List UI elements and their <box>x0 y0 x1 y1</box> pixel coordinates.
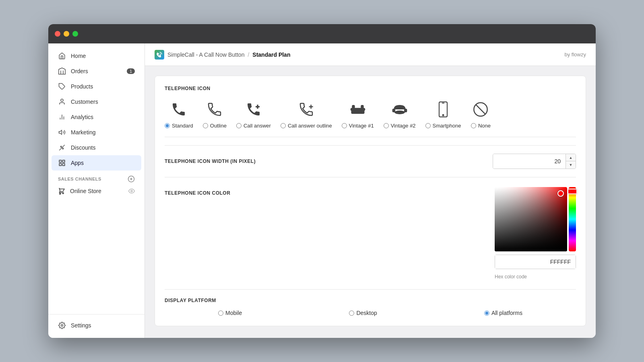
svg-point-9 <box>62 148 64 149</box>
icon-option-vintage2[interactable]: Vintage #2 <box>384 99 416 129</box>
hex-input[interactable] <box>495 255 576 269</box>
sidebar-item-products[interactable]: Products <box>52 79 141 94</box>
svg-point-8 <box>60 146 62 147</box>
color-gradient-overlay <box>495 187 567 251</box>
none-radio[interactable] <box>471 123 476 128</box>
svg-point-27 <box>357 111 359 113</box>
sidebar-item-analytics[interactable]: Analytics <box>52 109 141 125</box>
icon-option-call-answer-outline[interactable]: Call answer outline <box>281 99 332 129</box>
call-answer-outline-radio-label[interactable]: Call answer outline <box>281 123 332 129</box>
sidebar-item-apps[interactable]: Apps <box>52 155 141 171</box>
color-cursor[interactable] <box>557 190 564 197</box>
by-flowzy-label: by flowzy <box>565 51 586 58</box>
call-answer-outline-radio[interactable] <box>281 123 286 128</box>
platform-desktop-label[interactable]: Desktop <box>349 310 377 316</box>
minimize-button[interactable] <box>64 31 69 37</box>
smartphone-radio-label[interactable]: Smartphone <box>425 123 461 129</box>
icon-option-vintage1[interactable]: Vintage #1 <box>342 99 374 129</box>
display-platform-section: DISPLAY PLATFORM Mobile Desktop <box>165 289 576 316</box>
color-picker-area: Hex color code <box>495 187 576 280</box>
width-decrement-button[interactable]: ▼ <box>566 161 576 169</box>
icon-option-call-answer[interactable]: Call answer <box>236 99 271 129</box>
sidebar-item-discounts[interactable]: Discounts <box>52 140 141 155</box>
telephone-icon-title: TELEPHONE ICON <box>165 86 576 91</box>
vintage1-radio[interactable] <box>342 123 347 128</box>
close-button[interactable] <box>55 31 60 37</box>
icon-option-standard[interactable]: Standard <box>165 99 193 129</box>
vintage1-radio-label[interactable]: Vintage #1 <box>342 123 374 129</box>
svg-line-10 <box>59 145 65 150</box>
platform-mobile-radio[interactable] <box>218 311 223 316</box>
none-icon <box>471 99 491 119</box>
platform-all-radio[interactable] <box>484 311 489 316</box>
breadcrumb-app-name: SimpleCall - A Call Now Button <box>167 51 244 58</box>
icon-options: Standard <box>165 99 576 129</box>
breadcrumb-separator: / <box>248 51 249 58</box>
marketing-icon <box>58 128 66 136</box>
icon-option-smartphone[interactable]: Smartphone <box>425 99 461 129</box>
add-channel-icon[interactable] <box>128 175 135 183</box>
width-input[interactable] <box>493 154 566 169</box>
settings-card: TELEPHONE ICON <box>155 76 586 326</box>
call-answer-radio[interactable] <box>236 123 242 128</box>
call-answer-radio-label[interactable]: Call answer <box>236 123 271 129</box>
platform-options: Mobile Desktop All platforms <box>165 310 576 316</box>
svg-point-3 <box>61 99 63 101</box>
call-answer-icon <box>244 99 264 119</box>
sidebar-label-online-store: Online Store <box>70 188 101 194</box>
telephone-icon-section: TELEPHONE ICON <box>165 86 576 137</box>
vintage2-radio[interactable] <box>384 123 389 128</box>
none-radio-label[interactable]: None <box>471 123 491 129</box>
width-input-wrapper: ▲ ▼ <box>493 154 576 169</box>
svg-marker-7 <box>59 130 62 135</box>
color-section: TELEPHONE ICON COLOR <box>165 177 576 289</box>
sidebar-label-products: Products <box>71 83 93 90</box>
sidebar-label-home: Home <box>71 53 86 59</box>
platform-desktop-radio[interactable] <box>349 311 354 316</box>
outline-radio[interactable] <box>203 123 208 128</box>
hue-strip[interactable] <box>569 187 576 251</box>
traffic-lights <box>55 31 78 37</box>
outline-radio-label[interactable]: Outline <box>203 123 227 129</box>
sidebar-item-orders[interactable]: Orders 1 <box>52 64 141 79</box>
online-store-eye-icon[interactable] <box>128 188 135 194</box>
vintage2-radio-label[interactable]: Vintage #2 <box>384 123 416 129</box>
sidebar-item-online-store[interactable]: Online Store <box>52 184 141 198</box>
sidebar-item-customers[interactable]: Customers <box>52 94 141 109</box>
orders-badge: 1 <box>127 68 135 74</box>
smartphone-radio[interactable] <box>425 123 431 128</box>
svg-point-19 <box>61 325 63 327</box>
call-answer-outline-icon <box>296 99 316 119</box>
icon-option-none[interactable]: None <box>471 99 491 129</box>
color-picker-visual <box>495 187 576 251</box>
sidebar-item-settings[interactable]: Settings <box>52 318 141 333</box>
orders-icon <box>58 67 66 75</box>
sidebar-label-customers: Customers <box>71 99 98 105</box>
sales-channels-label: SALES CHANNELS <box>48 171 144 184</box>
hue-cursor[interactable] <box>568 189 577 194</box>
icon-option-outline[interactable]: Outline <box>203 99 227 129</box>
maximize-button[interactable] <box>72 31 78 37</box>
platform-mobile-label[interactable]: Mobile <box>218 310 242 316</box>
sidebar-item-home[interactable]: Home <box>52 48 141 64</box>
breadcrumb: SimpleCall - A Call Now Button / Standar… <box>155 50 290 60</box>
width-spinner: ▲ ▼ <box>566 154 576 169</box>
standard-phone-icon <box>169 99 189 119</box>
sidebar-item-marketing[interactable]: Marketing <box>52 125 141 140</box>
outline-phone-icon <box>204 99 225 119</box>
hex-label: Hex color code <box>495 274 576 280</box>
titlebar <box>48 24 596 43</box>
content-area: TELEPHONE ICON <box>145 66 596 338</box>
standard-radio[interactable] <box>165 123 170 128</box>
sidebar-label-settings: Settings <box>71 322 91 329</box>
svg-point-35 <box>443 115 444 116</box>
width-increment-button[interactable]: ▲ <box>566 154 576 161</box>
platform-all-label[interactable]: All platforms <box>484 310 522 316</box>
color-gradient-canvas[interactable] <box>495 187 567 251</box>
svg-point-28 <box>360 111 361 113</box>
svg-point-26 <box>354 111 356 113</box>
sidebar-label-marketing: Marketing <box>71 129 95 136</box>
standard-radio-label[interactable]: Standard <box>165 123 193 129</box>
vintage2-icon <box>390 99 410 119</box>
topbar: SimpleCall - A Call Now Button / Standar… <box>145 43 596 66</box>
